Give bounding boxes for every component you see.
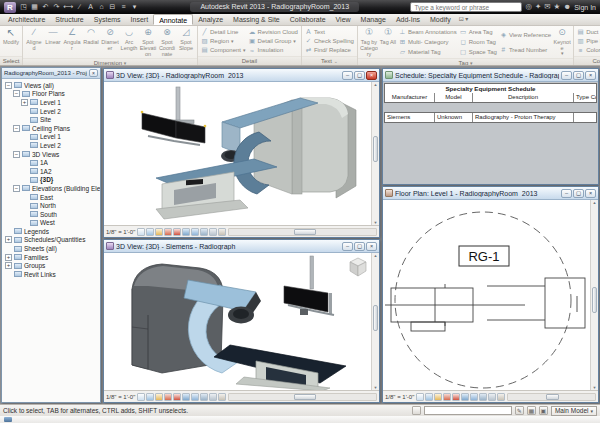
ribbon-button-duct-legend[interactable]: ▤Duct Legend bbox=[577, 27, 600, 36]
drawing-area-3d-main[interactable]: ▲ ▼ bbox=[104, 82, 379, 225]
ribbon-button-spot-slope[interactable]: ◿Spot Slope bbox=[177, 27, 195, 57]
window-title-bar[interactable]: 3D View: {3D} - RadiographyRoom_2013 – ▢… bbox=[104, 69, 379, 82]
cell-type-comments[interactable] bbox=[574, 113, 596, 122]
modify-button[interactable]: ↖ Modify bbox=[2, 27, 20, 55]
ribbon-button-detail-group[interactable]: ▣Detail Group▾ bbox=[249, 36, 298, 45]
scroll-down-icon[interactable]: ▼ bbox=[372, 385, 379, 390]
show-rendering-icon[interactable] bbox=[461, 393, 469, 401]
close-icon[interactable]: × bbox=[89, 69, 98, 77]
favorites-icon[interactable]: ★ bbox=[554, 2, 561, 12]
worksharing-display-icon[interactable] bbox=[218, 393, 226, 401]
column-header-type-comments[interactable]: Type Comme bbox=[574, 93, 596, 102]
ribbon-button-radial[interactable]: ◠Radial bbox=[82, 27, 100, 57]
sun-path-icon[interactable] bbox=[164, 393, 172, 401]
subscription-center-icon[interactable]: ✦ bbox=[535, 2, 541, 12]
browser-item-east[interactable]: East bbox=[2, 193, 100, 202]
reveal-hidden-elements-icon[interactable] bbox=[488, 393, 496, 401]
panel-display-toggle-icon[interactable]: ⊡ ▾ bbox=[456, 14, 472, 25]
vertical-scrollbar[interactable]: ▲ ▼ bbox=[590, 200, 598, 390]
tab-view[interactable]: View bbox=[331, 14, 356, 25]
drawing-area-floor-plan[interactable]: RG-1 ▲ ▼ bbox=[383, 200, 598, 390]
ribbon-button-component[interactable]: ▤Component▾ bbox=[201, 46, 246, 55]
schedule-data-row[interactable]: Siemens Unknown Radiography - Proton The… bbox=[384, 112, 597, 123]
tab-massing-site[interactable]: Massing & Site bbox=[228, 14, 285, 25]
show-crop-region-icon[interactable] bbox=[191, 228, 199, 236]
tab-annotate[interactable]: Annotate bbox=[153, 14, 193, 25]
crop-view-icon[interactable] bbox=[137, 228, 145, 236]
ribbon-button-check-spelling[interactable]: ✓Check Spelling bbox=[305, 36, 354, 45]
ribbon-button-angular[interactable]: ∠Angular bbox=[63, 27, 81, 57]
cell-manufacturer[interactable]: Siemens bbox=[385, 113, 435, 122]
crop-view-icon[interactable] bbox=[137, 393, 145, 401]
restore-button[interactable]: ▢ bbox=[354, 242, 365, 251]
horizontal-scrollbar[interactable] bbox=[507, 393, 596, 401]
open-icon[interactable]: ◳ bbox=[19, 2, 28, 12]
tab-systems[interactable]: Systems bbox=[89, 14, 126, 25]
detail-level-icon[interactable] bbox=[146, 228, 154, 236]
ribbon-button-find-replace[interactable]: ⇄Find/ Replace bbox=[305, 46, 354, 55]
ribbon-button-text[interactable]: AText bbox=[305, 27, 354, 36]
scroll-up-icon[interactable]: ▲ bbox=[591, 200, 598, 205]
tab-add-ins[interactable]: Add-Ins bbox=[391, 14, 425, 25]
scroll-down-icon[interactable]: ▼ bbox=[372, 220, 379, 225]
browser-item-level-1[interactable]: Level 1 bbox=[2, 133, 100, 142]
aligned-dimension-icon[interactable]: ∕ bbox=[75, 2, 84, 12]
user-icon[interactable]: ☻ bbox=[563, 2, 571, 12]
scroll-down-icon[interactable]: ▼ bbox=[591, 385, 598, 390]
ribbon-button-space-tag[interactable]: ▢Space Tag bbox=[460, 48, 497, 57]
visual-style-icon[interactable] bbox=[434, 393, 442, 401]
browser-item-level-1[interactable]: +Level 1 bbox=[2, 98, 100, 107]
minimize-button[interactable]: – bbox=[561, 189, 572, 198]
horizontal-scrollbar-thumb[interactable] bbox=[294, 394, 316, 400]
horizontal-scrollbar-thumb[interactable] bbox=[294, 229, 316, 235]
show-rendering-icon[interactable] bbox=[182, 228, 190, 236]
browser-item-elevations-building-elevation[interactable]: −Elevations (Building Elevation) bbox=[2, 184, 100, 193]
scroll-up-icon[interactable]: ▲ bbox=[372, 253, 379, 258]
ribbon-button-revision-cloud[interactable]: ☁Revision Cloud bbox=[249, 27, 298, 36]
reveal-hidden-elements-icon[interactable] bbox=[209, 228, 217, 236]
visual-style-icon[interactable] bbox=[155, 393, 163, 401]
browser-item-schedules-quantities[interactable]: +Schedules/Quantities bbox=[2, 236, 100, 245]
save-icon[interactable]: ▦ bbox=[30, 2, 39, 12]
tree-minus-icon[interactable]: − bbox=[13, 151, 20, 158]
column-header-description[interactable]: Description bbox=[473, 93, 574, 102]
ribbon-button-beam-annotations[interactable]: ⊥Beam Annotations bbox=[399, 28, 457, 37]
browser-item-3d[interactable]: {3D} bbox=[2, 176, 100, 185]
crop-view-icon[interactable] bbox=[416, 393, 424, 401]
panel-label-tag[interactable]: Tag ▾ bbox=[358, 58, 573, 66]
exclude-options-icon[interactable]: ▦ bbox=[527, 406, 536, 415]
ribbon-button-color-fill-legend[interactable]: ≡Color Fill Legend bbox=[577, 46, 600, 55]
horizontal-scrollbar-thumb[interactable] bbox=[546, 394, 559, 400]
communication-center-icon[interactable]: ✉ bbox=[544, 2, 550, 12]
horizontal-scrollbar[interactable] bbox=[228, 393, 377, 401]
ribbon-button-region[interactable]: ▨Region▾ bbox=[201, 36, 246, 45]
ribbon-button-spot-elevation[interactable]: ⊕Spot Elevation bbox=[139, 27, 157, 57]
sun-path-icon[interactable] bbox=[164, 228, 172, 236]
tree-minus-icon[interactable]: − bbox=[13, 90, 20, 97]
design-options-dropdown[interactable]: Main Model ▾ bbox=[551, 406, 597, 416]
tree-plus-icon[interactable]: + bbox=[5, 236, 12, 243]
scroll-up-icon[interactable]: ▲ bbox=[372, 82, 379, 87]
temporary-hide-isolate-icon[interactable] bbox=[200, 393, 208, 401]
tab-manage[interactable]: Manage bbox=[356, 14, 391, 25]
cell-description[interactable]: Radiography - Proton Therapy bbox=[473, 113, 574, 122]
tab-insert[interactable]: Insert bbox=[126, 14, 154, 25]
tab-modify[interactable]: Modify bbox=[425, 14, 456, 25]
ribbon-button-diameter[interactable]: ⊘Diameter bbox=[101, 27, 119, 57]
browser-item-3d-views[interactable]: −3D Views bbox=[2, 150, 100, 159]
column-header-model[interactable]: Model bbox=[435, 93, 473, 102]
ribbon-button-detail-line[interactable]: ╱Detail Line bbox=[201, 27, 246, 36]
ribbon-button-pipe-legend[interactable]: ▥Pipe Legend bbox=[577, 36, 600, 45]
ribbon-button-room-tag[interactable]: ◻Room Tag bbox=[460, 38, 497, 47]
show-crop-region-icon[interactable] bbox=[191, 393, 199, 401]
close-button[interactable]: × bbox=[366, 242, 377, 251]
browser-item-1a[interactable]: 1A bbox=[2, 158, 100, 167]
equipment-tag[interactable]: RG-1 bbox=[459, 246, 509, 266]
tab-analyze[interactable]: Analyze bbox=[193, 14, 228, 25]
ribbon-button-multi-category[interactable]: ⊞Multi- Category bbox=[399, 38, 457, 47]
help-search-input[interactable] bbox=[410, 2, 522, 12]
browser-item-legends[interactable]: Legends bbox=[2, 227, 100, 236]
drawing-area-3d-siemens[interactable]: ▲ ▼ bbox=[104, 253, 379, 390]
text-icon[interactable]: A bbox=[86, 2, 95, 12]
restore-button[interactable]: ▢ bbox=[573, 189, 584, 198]
